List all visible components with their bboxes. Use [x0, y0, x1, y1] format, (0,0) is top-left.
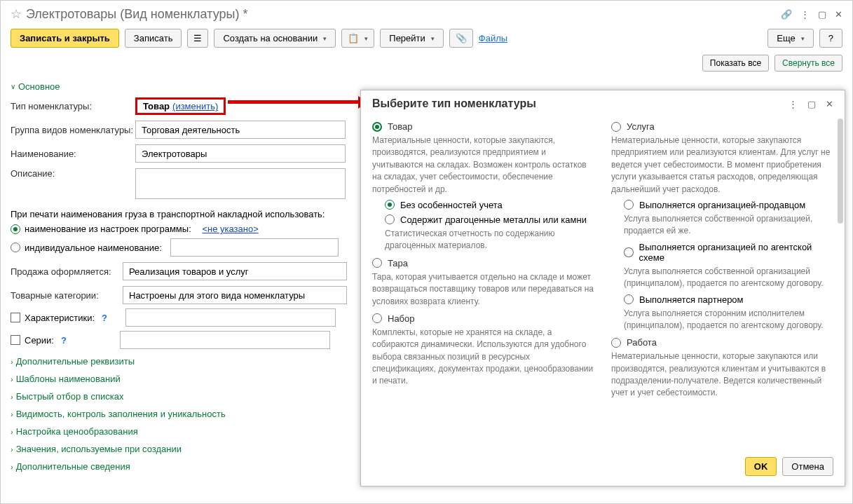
chevron-right-icon: › — [11, 463, 13, 471]
sub-precious-desc: Статистическая отчетность по содержанию … — [385, 228, 594, 252]
sub-opt-precious[interactable]: Содержит драгоценные металлы или камни — [385, 214, 594, 225]
collapse-all-button[interactable]: Свернуть все — [774, 55, 842, 71]
close-icon[interactable]: ✕ — [835, 9, 842, 20]
list-icon-button[interactable]: ☰ — [187, 29, 208, 48]
more-label: Еще — [777, 33, 795, 43]
opt-set-line[interactable]: Набор — [372, 313, 594, 324]
more-button[interactable]: Еще — [767, 29, 813, 48]
radio-s3[interactable] — [624, 294, 634, 304]
sub-opt-s3[interactable]: Выполняется партнером — [624, 294, 833, 305]
dialog-scrollbar[interactable] — [838, 118, 843, 490]
group-value: Торговая деятельность — [142, 125, 240, 135]
hint-series[interactable]: ? — [61, 335, 67, 346]
hint-chars[interactable]: ? — [102, 313, 107, 323]
label-type: Тип номенклатуры: — [11, 101, 135, 111]
s2-desc: Услуга выполняется собственной организац… — [624, 266, 833, 290]
sub-opt-plain[interactable]: Без особенностей учета — [385, 200, 594, 210]
dialog-col-right: Услуга Нематериальные ценности, которые … — [611, 116, 833, 450]
link-icon[interactable]: 🔗 — [781, 9, 792, 20]
attach-icon-button[interactable]: 📎 — [449, 29, 473, 48]
radio-service[interactable] — [611, 122, 621, 132]
dialog-header: Выберите тип номенклатуры ⋮ ▢ ✕ — [361, 90, 845, 116]
section-label: Шаблоны наименований — [16, 374, 121, 384]
radio-container[interactable] — [372, 258, 382, 268]
field-sale[interactable]: Реализация товаров и услуг — [123, 262, 347, 280]
opt-goods-line[interactable]: Товар — [372, 121, 594, 132]
opt-work: Работа Нематериальные ценности, которые … — [611, 337, 833, 400]
print-not-set-link[interactable]: <не указано> — [202, 224, 258, 234]
section-label: Быстрый отбор в списках — [16, 391, 124, 402]
name-value: Электротовары — [142, 149, 207, 159]
opt-service: Услуга Нематериальные ценности, которые … — [611, 121, 833, 332]
field-name[interactable]: Электротовары — [135, 144, 346, 163]
field-series[interactable] — [120, 331, 330, 349]
sub-opt-s2[interactable]: Выполняется организацией по агентской сх… — [624, 242, 833, 263]
s1-desc: Услуга выполняется собственной организац… — [624, 213, 833, 238]
section-label: Значения, используемые при создании — [16, 444, 182, 454]
chevron-right-icon: › — [11, 428, 13, 436]
field-chars[interactable] — [125, 308, 336, 327]
maximize-icon[interactable]: ▢ — [818, 9, 826, 20]
radio-s1[interactable] — [624, 200, 634, 210]
radio-goods[interactable] — [372, 122, 382, 132]
field-desc[interactable] — [135, 168, 346, 199]
opt-goods-desc: Материальные ценности, которые закупаютс… — [372, 135, 594, 196]
check-series[interactable] — [11, 335, 20, 345]
goto-button[interactable]: Перейти — [380, 29, 444, 48]
type-change-link[interactable]: (изменить) — [172, 101, 218, 111]
s2-label: Выполняется организацией по агентской сх… — [639, 242, 833, 263]
toolbar-right: Еще ? — [767, 29, 842, 48]
main-toolbar: Записать и закрыть Записать ☰ Создать на… — [1, 25, 852, 52]
radio-set[interactable] — [372, 313, 382, 323]
opt-set-desc: Комплекты, которые не хранятся на складе… — [372, 327, 594, 388]
help-button[interactable]: ? — [819, 29, 842, 48]
print-opt2-label: индивидуальное наименование: — [25, 243, 162, 253]
radio-print-opt2[interactable] — [11, 243, 20, 252]
label-group: Группа видов номенклатуры: — [11, 125, 135, 135]
section-main-label: Основное — [18, 81, 60, 92]
label-series: Серии: — [25, 335, 54, 346]
scroll-thumb[interactable] — [838, 118, 843, 224]
kebab-icon[interactable]: ⋮ — [789, 99, 798, 109]
field-cats[interactable]: Настроены для этого вида номенклатуры — [123, 286, 347, 304]
sub-opt-s1[interactable]: Выполняется организацией-продавцом — [624, 200, 833, 210]
cats-value: Настроены для этого вида номенклатуры — [129, 290, 305, 301]
show-all-button[interactable]: Показать все — [702, 55, 769, 71]
create-based-button[interactable]: Создать на основании — [214, 29, 336, 48]
save-button[interactable]: Записать — [125, 29, 182, 48]
radio-sub-precious[interactable] — [385, 214, 395, 224]
field-print-opt2[interactable] — [170, 238, 339, 257]
maximize-icon[interactable]: ▢ — [807, 99, 816, 109]
star-icon[interactable]: ☆ — [11, 6, 22, 22]
opt-service-line[interactable]: Услуга — [611, 121, 833, 132]
check-chars[interactable] — [11, 313, 20, 322]
opt-goods: Товар Материальные ценности, которые зак… — [372, 121, 594, 252]
radio-sub-plain[interactable] — [385, 200, 395, 210]
dialog-controls: ⋮ ▢ ✕ — [789, 99, 833, 109]
goto-label: Перейти — [389, 33, 425, 43]
close-icon[interactable]: ✕ — [826, 99, 833, 109]
ok-button[interactable]: OK — [745, 457, 777, 476]
cancel-button[interactable]: Отмена — [782, 457, 833, 476]
sale-value: Реализация товаров и услуг — [129, 266, 249, 277]
dialog-body: Товар Материальные ценности, которые зак… — [361, 116, 845, 450]
sub-precious-label: Содержит драгоценные металлы или камни — [400, 214, 587, 225]
radio-work[interactable] — [611, 338, 621, 348]
sub-plain-label: Без особенностей учета — [400, 200, 503, 210]
opt-container-desc: Тара, которая учитывается отдельно на ск… — [372, 271, 594, 308]
opt-work-label: Работа — [627, 337, 657, 348]
field-group[interactable]: Торговая деятельность — [135, 121, 346, 139]
opt-container-line[interactable]: Тара — [372, 258, 594, 268]
opt-goods-label: Товар — [388, 121, 412, 132]
files-link[interactable]: Файлы — [479, 33, 507, 43]
radio-s2[interactable] — [624, 247, 634, 257]
opt-container: Тара Тара, которая учитывается отдельно … — [372, 258, 594, 308]
chevron-right-icon: › — [11, 357, 13, 366]
report-icon-button[interactable]: 📋 — [341, 29, 374, 48]
type-dialog: Выберите тип номенклатуры ⋮ ▢ ✕ Товар Ма… — [360, 90, 845, 486]
radio-print-opt1[interactable] — [11, 224, 20, 234]
save-close-button[interactable]: Записать и закрыть — [11, 29, 119, 48]
opt-work-line[interactable]: Работа — [611, 337, 833, 348]
kebab-icon[interactable]: ⋮ — [800, 9, 810, 20]
dialog-title: Выберите тип номенклатуры — [372, 97, 789, 110]
